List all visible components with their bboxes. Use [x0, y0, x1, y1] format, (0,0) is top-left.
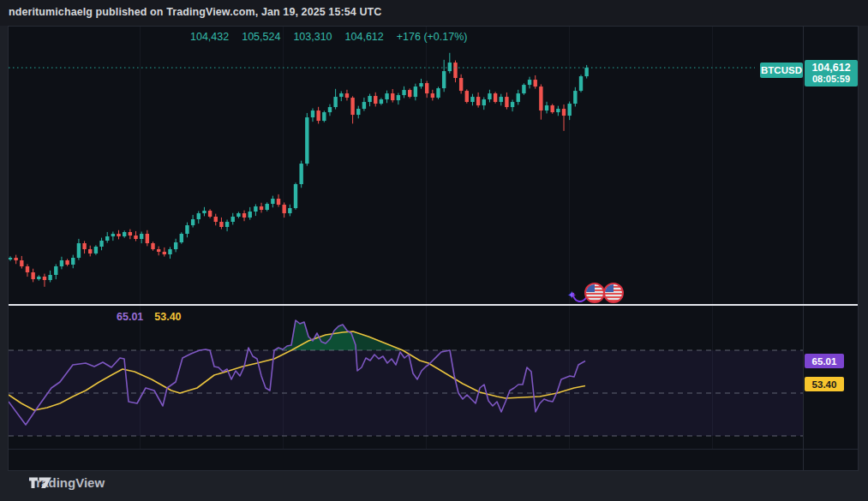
rsi-legend: 65.01 53.40 [117, 311, 182, 323]
footer: TradingView [0, 471, 868, 501]
symbol-badge: BTCUSD [760, 63, 803, 78]
ohlc-change: +176 (+0.17%) [397, 31, 468, 43]
chart-widget[interactable]: 104,432 105,524 103,310 104,612 +176 (+0… [8, 26, 859, 471]
bar-countdown: 08:05:59 [812, 74, 850, 85]
ohlc-high: 105,524 [242, 31, 280, 43]
last-price: 104,612 [811, 62, 850, 74]
ohlc-open: 104,432 [190, 31, 229, 43]
us-flag-event-icon[interactable] [584, 283, 605, 303]
price-badge: 104,612 08:05:59 [805, 60, 858, 86]
candlestick-chart[interactable] [9, 27, 858, 305]
us-flag-event-icon[interactable] [603, 283, 624, 303]
price-axis-border [803, 27, 804, 470]
ohlc-legend: 104,432 105,524 103,310 104,612 +176 (+0… [190, 31, 467, 43]
rsi-ma-price-badge: 53.40 [805, 377, 844, 391]
attribution-bar: nderitumichaelg published on TradingView… [0, 0, 868, 26]
rsi-value: 65.01 [117, 311, 143, 323]
rsi-chart[interactable] [9, 307, 858, 449]
tradingview-logo-link[interactable]: TradingView [29, 475, 105, 490]
event-markers: ✦ [566, 280, 634, 307]
pane-separator[interactable] [9, 304, 858, 306]
ohlc-low: 103,310 [293, 31, 332, 43]
ohlc-close: 104,612 [345, 31, 384, 43]
time-axis[interactable] [9, 449, 858, 470]
snapshot-title: nderitumichaelg published on TradingView… [9, 6, 381, 18]
rsi-price-badge: 65.01 [805, 354, 844, 368]
tradingview-logo-icon [29, 476, 52, 490]
rsi-ma-value: 53.40 [154, 311, 181, 323]
tradingview-snapshot: { "header": { "title": "nderitumichaelg … [0, 0, 868, 501]
